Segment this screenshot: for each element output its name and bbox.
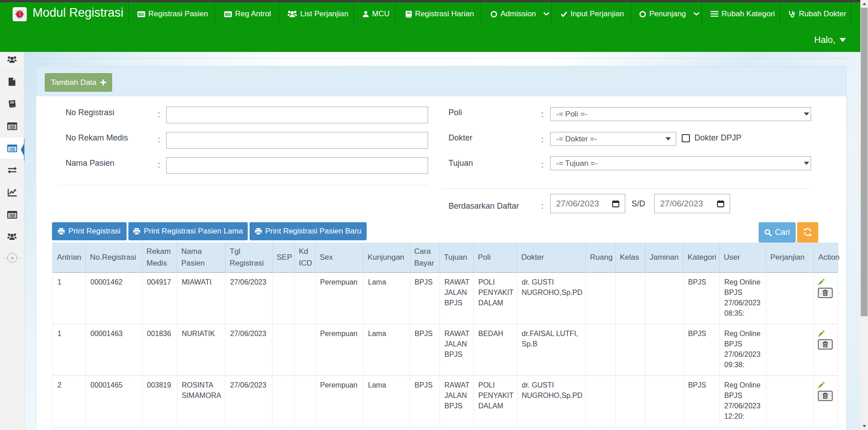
svg-text:RUMAH SAKIT UMUM: RUMAH SAKIT UMUM (15, 10, 24, 11)
svg-text:RATU MAS RATNA: RATU MAS RATNA (15, 18, 24, 19)
